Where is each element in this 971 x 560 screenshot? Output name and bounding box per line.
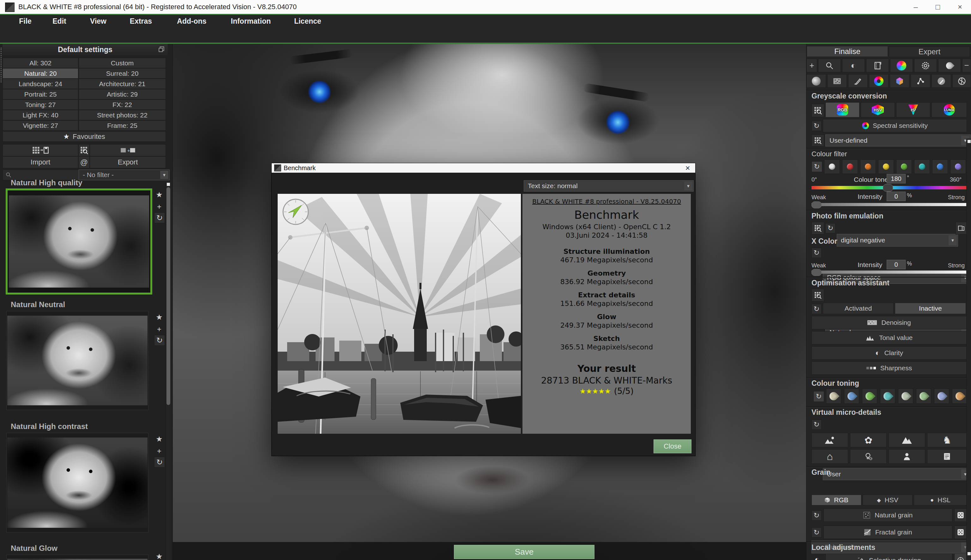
colour-filter-orange[interactable] [860,159,876,174]
tab-finalise[interactable]: Finalise [807,47,887,57]
micro-landscape-button[interactable] [812,433,848,447]
import-icon-button[interactable] [3,144,79,156]
grain-mode-hsl[interactable]: ● HSL [914,495,967,505]
add-preset-icon[interactable]: + [154,324,164,334]
colour-filter-green[interactable] [896,159,912,174]
preview-mask-eye-icon[interactable] [954,553,967,560]
greyscale-mode-hsl[interactable]: HSL [896,102,930,117]
fractal-grain-button[interactable]: Fractal grain [824,526,953,539]
favourite-star-icon[interactable]: ★ [154,312,164,322]
category-portrait[interactable]: Portrait: 25 [3,89,79,100]
filter-dropdown[interactable]: - No filter - ▼ [79,170,170,180]
grid-search-icon[interactable] [812,135,824,147]
reset-micro-icon[interactable]: ↻ [812,420,822,430]
preset-thumbnail-clipped[interactable] [6,555,149,560]
reset-colour-filter-icon[interactable]: ↻ [812,161,822,172]
vignette-icon[interactable] [806,74,826,88]
menu-view[interactable]: View [87,15,109,28]
film-icon[interactable] [866,59,889,72]
export-button[interactable]: Export [90,156,166,168]
colour-filter-cyan[interactable] [914,159,930,174]
toning-blue[interactable] [844,388,859,404]
grid-search-icon[interactable] [812,289,824,302]
category-artistic[interactable]: Artistic: 29 [79,89,166,100]
category-natural[interactable]: Natural: 20 [3,68,79,78]
micro-details-dropdown[interactable]: User ▼ [823,468,971,480]
brush-icon[interactable] [848,74,868,88]
retouch-pen-icon[interactable] [931,74,951,88]
reset-spectral-icon[interactable]: ↻ [812,121,822,131]
spectral-profile-dropdown[interactable]: User-defined ▼ [826,135,971,147]
greyscale-mode-luma[interactable]: LUMA [931,102,967,117]
preset-thumbnail[interactable] [6,433,149,533]
refresh-preset-icon[interactable]: ↻ [154,457,165,468]
category-surreal[interactable]: Surreal: 20 [79,68,166,78]
preset-thumbnail[interactable] [6,311,149,410]
minimize-button[interactable]: – [907,1,924,13]
selective-drawing-button[interactable]: Selective drawing [826,553,953,560]
grain-mode-hsv[interactable]: ◆ HSV [862,495,913,505]
greyscale-mode-hsv[interactable]: HSV [861,102,895,117]
favourites-button[interactable]: ★ Favourites [3,131,166,142]
category-custom[interactable]: Custom [79,58,166,68]
refresh-preset-icon[interactable]: ↻ [154,335,165,346]
spectral-sensitivity-button[interactable]: Spectral sensitivity [823,119,967,132]
maximize-button[interactable]: □ [929,1,946,13]
toning-cyan[interactable] [880,388,895,404]
clarity-button[interactable]: ◐ Clarity [812,346,967,360]
add-preset-icon[interactable]: + [154,446,164,456]
category-light-fx[interactable]: Light FX: 40 [3,110,79,120]
favourite-star-icon[interactable]: ★ [154,190,164,200]
add-preset-icon[interactable]: + [154,202,164,212]
micro-mountain-button[interactable] [889,433,925,447]
micro-portrait-button[interactable] [889,449,925,464]
sharpness-button[interactable]: Sharpness [812,362,967,375]
grid-search-icon[interactable] [812,222,824,235]
reset-optimisation-icon[interactable]: ↻ [812,304,822,314]
menu-file[interactable]: File [15,15,35,28]
micro-architecture-button[interactable]: ⌂ [812,449,848,464]
activated-button[interactable]: Activated [823,303,894,314]
grain-mode-rgb[interactable]: RGB [812,495,861,505]
dialog-close-button[interactable]: Close [653,439,692,453]
tone-value[interactable]: 180 [887,174,906,183]
contrast-icon[interactable]: ◐ [812,553,823,560]
reset-x-color-icon[interactable]: ↻ [812,248,822,258]
natural-grain-button[interactable]: Natural grain [824,508,953,522]
nodes-icon[interactable] [911,74,930,88]
contrast-icon[interactable]: ◐ [842,59,865,72]
menu-extras[interactable]: Extras [128,15,154,28]
colour-filter-red[interactable] [842,159,858,174]
aperture-icon[interactable] [953,74,971,88]
dice-random-icon[interactable] [954,526,967,539]
favourite-star-icon[interactable]: ★ [154,552,164,560]
dialog-title-bar[interactable]: Benchmark × [272,163,695,173]
preset-thumbnail-selected[interactable] [6,188,152,295]
micro-flower-button[interactable]: ✿ [850,433,887,447]
grid-search-icon-button[interactable] [79,144,90,156]
menu-edit[interactable]: Edit [49,15,70,28]
toning-sepia[interactable] [826,388,841,404]
menu-addons[interactable]: Add-ons [174,15,209,28]
refresh-preset-icon[interactable]: ↻ [154,212,165,223]
toning-green-violet[interactable] [916,388,931,404]
reset-toning-icon[interactable]: ↻ [813,391,824,402]
save-button[interactable]: Save [454,545,595,559]
grid-search-icon[interactable] [812,104,824,117]
colour-filter-yellow[interactable] [878,159,894,174]
reset-fractal-grain-icon[interactable]: ↻ [812,527,822,538]
gear-settings-icon[interactable] [914,59,937,72]
colour-filter-white[interactable] [824,159,840,174]
menu-information[interactable]: Information [229,15,272,28]
toning-orange[interactable] [952,388,967,404]
dialog-close-icon[interactable]: × [681,163,695,173]
colour-ball-icon[interactable] [890,59,913,72]
remove-filter-icon[interactable]: − [962,59,971,72]
intensity-value[interactable]: 0 [887,192,906,201]
search-filter-icon[interactable] [818,59,841,72]
grain-texture-icon[interactable] [827,74,847,88]
tonal-value-button[interactable]: Tonal value [812,331,967,344]
micro-animal-button[interactable]: ♞ [927,433,967,447]
micro-document-button[interactable] [927,449,967,464]
panel-grip[interactable] [1,48,2,82]
